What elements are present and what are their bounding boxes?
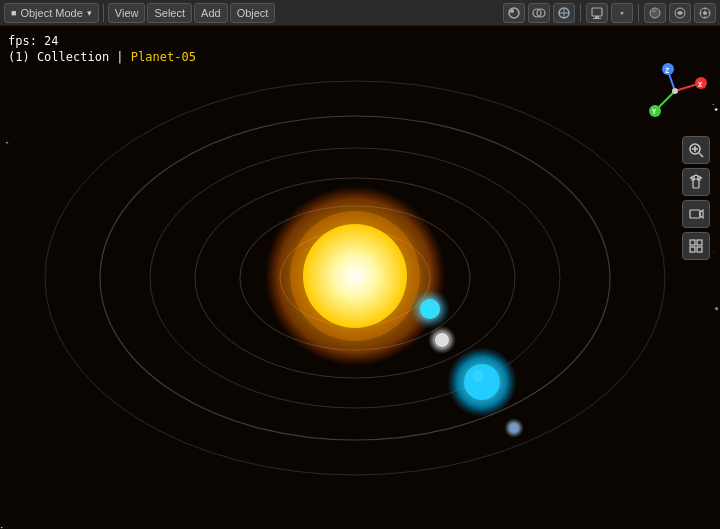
fps-display: fps: 24 (8, 34, 59, 48)
svg-marker-54 (700, 210, 703, 218)
render-mode-dropdown[interactable]: ▾ (611, 3, 633, 23)
svg-point-28 (303, 224, 407, 328)
select-menu[interactable]: Select (147, 3, 192, 23)
svg-point-47 (672, 88, 678, 94)
add-menu[interactable]: Add (194, 3, 228, 23)
camera-view-button[interactable] (682, 200, 710, 228)
sep-right2 (638, 4, 639, 22)
object-mode-label: Object Mode (20, 7, 82, 19)
viewport-gizmo[interactable]: Z X Y (640, 56, 710, 126)
svg-rect-7 (592, 8, 602, 16)
svg-point-35 (472, 370, 484, 382)
grid-view-button[interactable] (682, 232, 710, 260)
separator-1 (103, 4, 104, 22)
svg-rect-57 (690, 247, 695, 252)
toolbar: ■ Object Mode ▾ View Select Add Object (0, 0, 720, 26)
svg-rect-58 (697, 247, 702, 252)
svg-line-41 (675, 84, 698, 91)
zoom-button[interactable] (682, 136, 710, 164)
render-icon[interactable] (586, 3, 608, 23)
viewport-options-icon[interactable] (694, 3, 716, 23)
svg-rect-53 (690, 210, 700, 218)
svg-point-0 (509, 8, 519, 18)
material-preview-icon[interactable] (644, 3, 666, 23)
svg-point-10 (650, 8, 660, 18)
viewport[interactable]: fps: 24 (1) Collection | Planet-05 Z X Y (0, 26, 720, 529)
render-preview-icon[interactable] (669, 3, 691, 23)
object-mode-icon: ■ (11, 8, 16, 18)
svg-point-34 (464, 364, 500, 400)
pan-button[interactable] (682, 168, 710, 196)
object-menu[interactable]: Object (230, 3, 276, 23)
toolbar-right: ▾ (503, 3, 716, 23)
svg-point-14 (703, 11, 707, 15)
svg-point-30 (435, 333, 449, 347)
svg-point-32 (420, 299, 440, 319)
object-mode-button[interactable]: ■ Object Mode ▾ (4, 3, 99, 23)
overlay-icon[interactable] (528, 3, 550, 23)
svg-point-1 (510, 9, 514, 13)
mode-dropdown-arrow: ▾ (87, 8, 92, 18)
svg-text:Z: Z (665, 67, 669, 75)
svg-rect-55 (690, 240, 695, 245)
viewport-controls (682, 136, 710, 260)
sep-right (580, 4, 581, 22)
view-menu[interactable]: View (108, 3, 146, 23)
svg-rect-8 (595, 16, 599, 18)
svg-point-11 (652, 9, 656, 12)
gizmo-toggle-icon[interactable] (553, 3, 575, 23)
collection-label: (1) Collection | Planet-05 (8, 50, 196, 64)
svg-line-44 (658, 91, 675, 108)
svg-rect-56 (697, 240, 702, 245)
solar-system (0, 26, 720, 529)
svg-rect-9 (593, 18, 601, 19)
svg-point-37 (509, 423, 519, 433)
svg-line-49 (699, 153, 703, 157)
viewport-shading-icon[interactable] (503, 3, 525, 23)
